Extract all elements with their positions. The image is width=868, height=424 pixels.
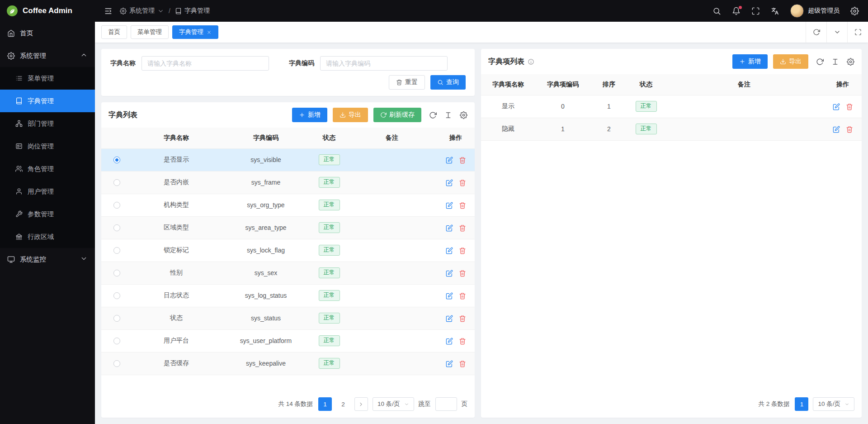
sidebar-item-system-monitor[interactable]: 系统监控 [0,248,95,271]
sidebar-item-dept-management[interactable]: 部门管理 [0,112,95,135]
table-row[interactable]: 锁定标记sys_lock_flag正常 [101,239,475,262]
row-radio[interactable] [113,315,120,322]
sidebar-item-user-management[interactable]: 用户管理 [0,180,95,203]
table-row[interactable]: 区域类型sys_area_type正常 [101,216,475,239]
edit-icon[interactable] [446,270,453,277]
delete-icon[interactable] [459,157,466,164]
column-header: 字典名称 [132,128,221,148]
table-row[interactable]: 是否缓存sys_keepalive正常 [101,352,475,375]
sidebar-item-home[interactable]: 首页 [0,22,95,44]
dict-code-label: 字典编码 [289,59,314,67]
table-settings-icon[interactable] [847,58,854,66]
sidebar-item-menu-management[interactable]: 菜单管理 [0,67,95,90]
sidebar-item-role-management[interactable]: 角色管理 [0,157,95,180]
table-row[interactable]: 隐藏12正常 [481,118,862,140]
row-radio[interactable] [113,292,120,299]
add-dict-button[interactable]: 新增 [292,108,327,122]
table-row[interactable]: 机构类型sys_org_type正常 [101,194,475,216]
table-row[interactable]: 状态sys_status正常 [101,307,475,329]
page-button-1[interactable]: 1 [318,397,332,411]
page-button-2[interactable]: 2 [336,397,350,411]
fullscreen-icon[interactable] [751,7,760,15]
tab-menu-management[interactable]: 菜单管理 [131,25,169,39]
page-button-1[interactable]: 1 [795,397,808,411]
page-size-select[interactable]: 10 条/页 [813,397,854,411]
add-item-button[interactable]: 新增 [732,54,768,69]
sidebar-item-system-management[interactable]: 系统管理 [0,44,95,67]
table-row[interactable]: 日志状态sys_log_status正常 [101,284,475,307]
edit-icon[interactable] [446,202,453,209]
info-icon [528,58,534,65]
delete-icon[interactable] [459,247,466,254]
edit-icon[interactable] [446,360,453,367]
density-icon[interactable] [831,58,839,66]
delete-icon[interactable] [459,338,466,345]
tab-dict-management[interactable]: 字典管理 [172,25,218,39]
sidebar-collapse-icon[interactable] [104,7,113,15]
refresh-cache-button[interactable]: 刷新缓存 [373,108,421,122]
row-radio[interactable] [113,224,120,231]
row-radio[interactable] [113,338,120,344]
delete-icon[interactable] [459,360,466,367]
delete-icon[interactable] [846,103,853,110]
close-icon[interactable] [207,30,212,35]
translate-icon[interactable] [771,7,779,15]
export-dict-button[interactable]: 导出 [333,108,368,122]
edit-icon[interactable] [446,224,453,232]
users-icon [15,165,23,172]
export-items-button[interactable]: 导出 [773,54,808,69]
edit-icon[interactable] [446,292,453,300]
sidebar-item-post-management[interactable]: 岗位管理 [0,135,95,157]
delete-icon[interactable] [459,315,466,322]
row-radio[interactable] [113,202,120,209]
row-radio[interactable] [113,360,120,367]
tab-home[interactable]: 首页 [101,25,127,39]
row-radio[interactable] [113,270,120,276]
delete-icon[interactable] [459,202,466,209]
table-settings-icon[interactable] [460,111,467,119]
row-radio[interactable] [113,247,120,254]
table-row[interactable]: 用户平台sys_user_platform正常 [101,329,475,352]
reset-button[interactable]: 重置 [389,75,425,90]
edit-icon[interactable] [446,157,453,164]
breadcrumb-dict-management[interactable]: 字典管理 [175,7,210,15]
settings-icon[interactable] [850,7,859,15]
delete-icon[interactable] [459,292,466,300]
sidebar-item-param-management[interactable]: 参数管理 [0,203,95,225]
notifications-button[interactable] [732,7,741,15]
edit-icon[interactable] [446,179,453,186]
breadcrumb-system-management[interactable]: 系统管理 [120,7,164,15]
table-row[interactable]: 是否显示sys_visible正常 [101,148,475,171]
search-icon[interactable] [712,7,721,15]
density-icon[interactable] [444,111,452,119]
sidebar-item-admin-region[interactable]: 行政区域 [0,225,95,248]
delete-icon[interactable] [459,224,466,232]
user-menu[interactable]: 超级管理员 [790,4,840,18]
table-row[interactable]: 显示01正常 [481,95,862,118]
refresh-page-button[interactable] [806,22,826,43]
table-refresh-icon[interactable] [816,58,824,66]
next-page-button[interactable] [354,397,368,411]
table-refresh-icon[interactable] [429,111,437,119]
row-radio[interactable] [113,179,120,186]
query-button[interactable]: 查询 [430,75,466,90]
edit-icon[interactable] [446,338,453,345]
edit-icon[interactable] [446,315,453,322]
delete-icon[interactable] [459,179,466,186]
edit-icon[interactable] [833,126,840,133]
app-logo[interactable]: Coffee Admin [0,0,95,22]
delete-icon[interactable] [846,126,853,133]
tab-actions-dropdown[interactable] [826,22,847,43]
table-row[interactable]: 是否内嵌sys_frame正常 [101,171,475,194]
edit-icon[interactable] [833,103,840,110]
jump-page-input[interactable] [435,397,457,411]
row-radio[interactable] [113,157,120,163]
sidebar-item-dict-management[interactable]: 字典管理 [0,90,95,112]
table-row[interactable]: 性别sys_sex正常 [101,262,475,284]
edit-icon[interactable] [446,247,453,254]
content-fullscreen-button[interactable] [847,22,868,43]
delete-icon[interactable] [459,270,466,277]
dict-code-input[interactable] [320,56,448,71]
dict-name-input[interactable] [142,56,269,71]
page-size-select[interactable]: 10 条/页 [373,397,414,411]
